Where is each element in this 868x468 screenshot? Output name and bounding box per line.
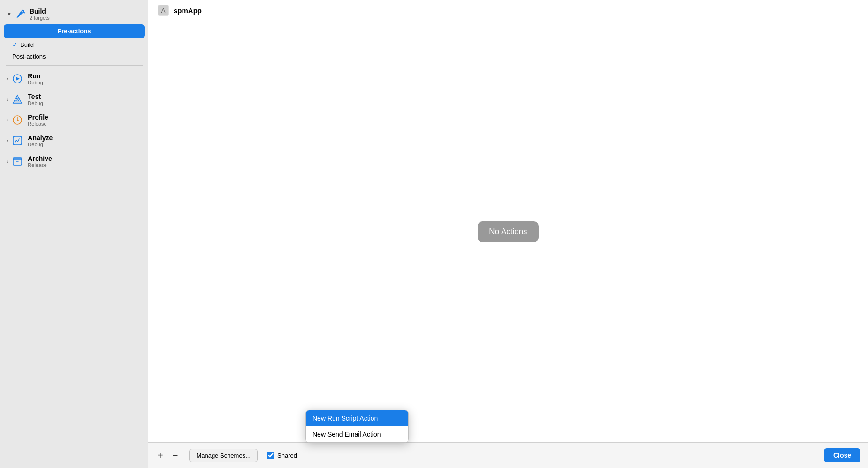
new-run-script-action-item[interactable]: New Run Script Action (306, 410, 408, 426)
shared-label: Shared (277, 452, 297, 459)
run-subtitle: Debug (28, 80, 43, 85)
manage-schemes-button[interactable]: Manage Schemes... (189, 449, 258, 462)
build-subtitle: 2 targets (30, 15, 50, 21)
archive-chevron-icon: › (7, 159, 8, 164)
sidebar-build-sub-item[interactable]: ✓ Build (0, 39, 148, 51)
analyze-chevron-icon: › (7, 138, 8, 143)
shared-container: Shared (267, 452, 297, 459)
main-content: A spmApp No Actions + − Manage Schemes..… (148, 0, 868, 468)
main-header: A spmApp (148, 0, 868, 21)
svg-point-0 (23, 10, 24, 12)
app-title: spmApp (174, 7, 202, 15)
archive-title: Archive (28, 155, 52, 162)
sidebar-preactions-section: Pre-actions ✓ Build Post-actions (0, 23, 148, 62)
sidebar-build-text: Build 2 targets (30, 8, 50, 21)
post-actions-label: Post-actions (12, 53, 46, 60)
dropdown-menu: New Run Script Action New Send Email Act… (305, 410, 409, 443)
run-text: Run Debug (28, 72, 43, 85)
main-footer: + − Manage Schemes... Shared Close New R… (148, 442, 868, 468)
profile-subtitle: Release (28, 121, 48, 127)
run-chevron-icon: › (7, 76, 8, 82)
new-send-email-action-item[interactable]: New Send Email Action (306, 426, 408, 442)
sidebar-item-archive[interactable]: › Archive Release (0, 151, 148, 172)
analyze-title: Analyze (28, 134, 53, 142)
build-icon (15, 9, 26, 19)
analyze-text: Analyze Debug (28, 134, 53, 147)
sidebar-build-header[interactable]: ▼ Build 2 targets (0, 5, 148, 23)
build-sub-label: Build (20, 41, 34, 48)
no-actions-badge: No Actions (478, 221, 538, 242)
analyze-subtitle: Debug (28, 142, 53, 147)
test-chevron-icon: › (7, 97, 8, 102)
remove-action-button[interactable]: − (171, 450, 180, 461)
svg-marker-2 (16, 77, 20, 81)
sidebar-post-actions-item[interactable]: Post-actions (0, 51, 148, 62)
pre-actions-item[interactable]: Pre-actions (4, 24, 145, 38)
close-button[interactable]: Close (824, 448, 860, 462)
run-icon (12, 73, 23, 84)
profile-icon (12, 114, 23, 126)
test-subtitle: Debug (28, 100, 43, 106)
test-text: Test Debug (28, 93, 43, 106)
checkmark-icon: ✓ (12, 41, 17, 48)
sidebar-item-profile[interactable]: › Profile Release (0, 110, 148, 130)
sidebar: ▼ Build 2 targets Pre-actions ✓ Build (0, 0, 148, 468)
profile-title: Profile (28, 113, 48, 121)
archive-subtitle: Release (28, 162, 52, 168)
profile-text: Profile Release (28, 113, 48, 127)
sidebar-divider (6, 65, 143, 66)
test-title: Test (28, 93, 43, 100)
build-chevron-icon: ▼ (7, 11, 12, 17)
app-container: ▼ Build 2 targets Pre-actions ✓ Build (0, 0, 868, 468)
shared-checkbox[interactable] (267, 452, 274, 459)
run-title: Run (28, 72, 43, 80)
sidebar-item-analyze[interactable]: › Analyze Debug (0, 130, 148, 151)
svg-text:A: A (161, 7, 166, 14)
build-title: Build (30, 8, 50, 15)
archive-text: Archive Release (28, 155, 52, 168)
app-icon: A (158, 5, 169, 16)
main-body: No Actions (148, 21, 868, 442)
sidebar-item-run[interactable]: › Run Debug (0, 68, 148, 89)
archive-icon (12, 156, 23, 167)
analyze-icon (12, 135, 23, 146)
add-action-button[interactable]: + (156, 450, 165, 461)
test-icon (12, 94, 23, 105)
profile-chevron-icon: › (7, 118, 8, 123)
sidebar-item-test[interactable]: › Test Debug (0, 89, 148, 110)
